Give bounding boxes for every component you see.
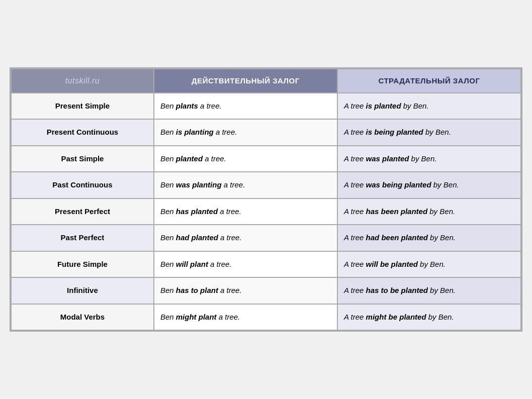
active-voice-cell: Ben might plant a tree.: [154, 304, 337, 331]
active-voice-cell: Ben is planting a tree.: [154, 119, 337, 146]
passive-voice-cell: A tree is planted by Ben.: [337, 93, 521, 120]
passive-voice-cell: A tree is being planted by Ben.: [337, 119, 521, 146]
active-voice-cell: Ben was planting a tree.: [154, 172, 337, 198]
tense-name-cell: Future Simple: [11, 251, 154, 278]
active-voice-cell: Ben has to plant a tree.: [154, 277, 337, 304]
tense-name-cell: Past Simple: [11, 146, 154, 172]
passive-voice-cell: A tree will be planted by Ben.: [337, 251, 521, 278]
passive-voice-cell: A tree was planted by Ben.: [337, 146, 521, 172]
passive-voice-cell: A tree might be planted by Ben.: [337, 304, 521, 331]
tense-name-cell: Past Continuous: [11, 172, 154, 198]
passive-voice-cell: A tree had been planted by Ben.: [337, 225, 521, 251]
passive-voice-cell: A tree has been planted by Ben.: [337, 198, 521, 225]
tense-name-cell: Infinitive: [11, 277, 154, 304]
logo-cell: tutskill.ru: [11, 69, 154, 93]
passive-voice-cell: A tree has to be planted by Ben.: [337, 277, 521, 304]
tense-name-cell: Present Simple: [11, 93, 154, 120]
active-voice-cell: Ben had planted a tree.: [154, 225, 337, 251]
active-voice-cell: Ben plants a tree.: [154, 93, 337, 120]
tense-name-cell: Past Perfect: [11, 225, 154, 251]
tense-name-cell: Present Perfect: [11, 198, 154, 225]
tense-name-cell: Modal Verbs: [11, 304, 154, 331]
tense-name-cell: Present Continuous: [11, 119, 154, 146]
active-voice-cell: Ben planted a tree.: [154, 146, 337, 172]
grammar-table: tutskill.ru ДЕЙСТВИТЕЛЬНЫЙ ЗАЛОГ СТРАДАТ…: [10, 67, 522, 332]
active-voice-header: ДЕЙСТВИТЕЛЬНЫЙ ЗАЛОГ: [154, 69, 337, 93]
active-voice-cell: Ben has planted a tree.: [154, 198, 337, 225]
passive-voice-cell: A tree was being planted by Ben.: [337, 172, 521, 198]
active-voice-cell: Ben will plant a tree.: [154, 251, 337, 278]
passive-voice-header: СТРАДАТЕЛЬНЫЙ ЗАЛОГ: [337, 69, 521, 93]
